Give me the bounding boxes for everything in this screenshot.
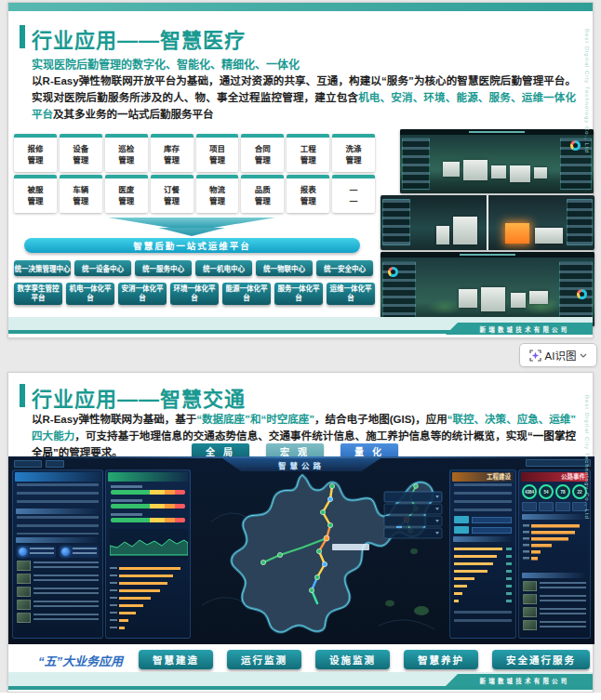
business-app-button: 智慧养护 <box>404 650 478 669</box>
center-button: 统一物联中心 <box>256 260 313 276</box>
status-bar <box>111 504 185 508</box>
module-card: 订餐 管理 <box>151 175 194 213</box>
page-subtitle: 实现医院后勤管理的数字化、智能化、精细化、一体化 <box>32 56 300 72</box>
gis-map <box>193 466 447 641</box>
title-accent-bar <box>20 25 25 48</box>
module-card: 合同 管理 <box>241 134 284 172</box>
donut-chart-icon <box>577 289 587 299</box>
module-card: — — <box>332 175 375 213</box>
event-thumbnail <box>523 607 537 617</box>
platform-button: 安消一体化平台 <box>118 283 167 305</box>
chevron-down-icon[interactable] <box>580 353 587 358</box>
module-card: 报修 管理 <box>14 134 57 172</box>
side-vertical-text: Best Digital City Technology Co., Ltd <box>584 395 590 520</box>
gauge-ring: 54 <box>539 484 554 499</box>
company-ribbon: 新瑞数城技术有限公司 <box>446 323 593 335</box>
footer-line <box>8 686 593 690</box>
event-thumbnail <box>523 594 537 604</box>
event-analysis-bars <box>523 522 588 565</box>
title-accent-bar <box>20 384 25 407</box>
platform-button: 服务一体化平台 <box>274 283 323 305</box>
body-paragraph: 以R-Easy弹性物联网开放平台为基础，通过对资源的共享、互通，构建以“服务”为… <box>32 73 576 123</box>
module-card: 物流 管理 <box>196 175 239 213</box>
text-segment: 以R-Easy弹性物联网为基础，基于 <box>32 414 196 425</box>
dashboard-panel-events: 公路事件 4384547822 <box>518 469 591 639</box>
center-button: 统一服务中心 <box>135 260 192 276</box>
funnel-arrow <box>158 228 225 236</box>
module-card: 设备 管理 <box>60 134 102 172</box>
bar-list-chart <box>110 565 188 634</box>
panel-title: 工程建设 <box>487 472 511 482</box>
datetime-chip <box>526 459 591 467</box>
event-list-item <box>523 620 586 630</box>
business-app-button: 安全通行服务 <box>492 650 590 669</box>
event-thumbnail <box>17 574 31 584</box>
bar-list-chart <box>454 546 514 603</box>
platform-button: 能源一体化平台 <box>222 283 271 305</box>
dashboard-screenshot-1 <box>400 129 594 193</box>
dashboard-screenshot-3 <box>381 252 594 326</box>
company-name: 新瑞数城技术有限公司 <box>469 324 570 334</box>
event-list-item <box>17 561 99 571</box>
event-list-item <box>523 607 586 617</box>
module-card: 被服 管理 <box>14 175 57 213</box>
document-viewer: 行业应用——智慧医疗 实现医院后勤管理的数字化、智能化、精细化、一体化 以R-E… <box>0 0 601 700</box>
event-thumbnail <box>523 581 537 591</box>
donut-chart-icon <box>570 140 581 151</box>
platform-banner: 智慧后勤一站式运维平台 <box>24 238 360 253</box>
ai-vision-button[interactable]: AI识图 <box>519 343 597 367</box>
center-button: 统一机电中心 <box>195 260 252 276</box>
module-card: 工程 管理 <box>287 134 329 172</box>
business-apps-prefix: “五”大业务应用 <box>38 652 123 669</box>
company-name: 新瑞数城技术有限公司 <box>469 676 570 685</box>
event-list-item <box>17 600 99 610</box>
gauge-ring: 4384 <box>522 484 537 499</box>
hud-panel-left <box>402 138 430 190</box>
text-segment: ，结合电子地图(GIS)，应用 <box>314 414 447 425</box>
module-card: 巡检 管理 <box>105 134 148 172</box>
status-bar <box>111 490 185 495</box>
event-list-item <box>17 574 99 584</box>
event-thumbnail <box>17 587 31 597</box>
event-thumbnail <box>523 620 537 630</box>
platform-button: 数字孪生管控平台 <box>14 283 62 305</box>
stat-icon <box>19 548 27 556</box>
platform-button: 机电一体化平台 <box>66 283 114 305</box>
event-list-item <box>523 581 586 591</box>
event-gauges: 4384547822 <box>521 484 588 499</box>
business-app-button: 智慧建造 <box>139 650 213 669</box>
text-segment: 及其多业务的一站式后勤服务平台 <box>53 109 214 120</box>
module-grid: 报修 管理 设备 管理 巡检 管理 库存 管理 <box>14 134 375 213</box>
dashboard-panel-maintenance <box>105 469 191 639</box>
text-segment: ，可支持基于地理信息的交通态势信息、交通事件统计信息、施工养护信息等的统计概览，… <box>74 430 528 442</box>
area-chart <box>110 529 188 559</box>
event-list-item <box>17 613 99 623</box>
side-vertical-text: Best Digital City Technology Co., Ltd <box>584 29 590 153</box>
platform-button: 运维一体化平台 <box>327 283 375 305</box>
company-ribbon: 新瑞数城技术有限公司 <box>446 674 593 686</box>
module-card: 洗涤 管理 <box>332 134 375 172</box>
center-button: 统一决策管理中心 <box>14 260 71 276</box>
business-app-button: 设施监测 <box>315 650 390 669</box>
center-button: 统一设备中心 <box>74 260 131 276</box>
business-apps-buttons: 智慧建造运行监测设施监测智慧养护安全通行服务 <box>139 650 590 669</box>
event-thumbnail <box>17 561 31 571</box>
status-bar <box>111 518 185 522</box>
event-thumbnail <box>17 613 31 623</box>
hud-panel-right <box>559 261 593 321</box>
module-card: 品质 管理 <box>241 175 284 213</box>
module-card: 库存 管理 <box>151 134 194 172</box>
stat-icon <box>61 548 70 556</box>
module-card: 医废 管理 <box>105 175 148 213</box>
center-button: 统一安全中心 <box>316 260 373 276</box>
centers-row: 统一决策管理中心统一设备中心统一服务中心统一机电中心统一物联中心统一安全中心 <box>14 260 373 276</box>
funnel-shape <box>108 218 275 228</box>
module-card: 报表 管理 <box>287 175 329 213</box>
platforms-row: 数字孪生管控平台机电一体化平台安消一体化平台环境一体化平台能源一体化平台服务一体… <box>14 283 375 305</box>
dashboard-screenshot-2 <box>381 195 594 250</box>
panel-title: 公路事件 <box>561 472 585 482</box>
page-title: 行业应用——智慧医疗 <box>32 23 246 53</box>
dashboard-panel-road-assets <box>12 469 103 639</box>
donut-chart-icon <box>388 267 398 277</box>
event-list-item <box>523 594 586 604</box>
